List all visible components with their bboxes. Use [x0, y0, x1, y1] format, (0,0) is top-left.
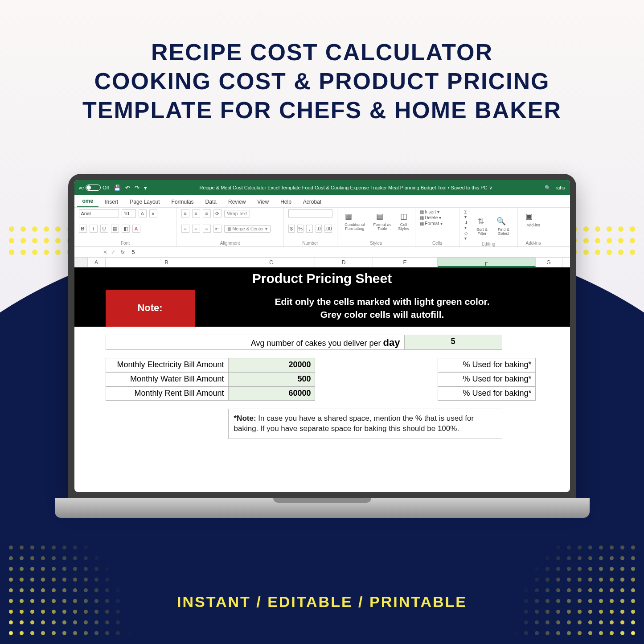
- avg-value-cell[interactable]: 5: [404, 335, 502, 350]
- redo-icon[interactable]: ↷: [135, 185, 139, 191]
- avg-label-cell[interactable]: Avg number of cakes you deliver per day: [106, 335, 404, 350]
- cell-styles-button[interactable]: ◫Cell Styles: [397, 209, 410, 231]
- tab-data[interactable]: Data: [200, 197, 222, 207]
- row-value[interactable]: 60000: [228, 386, 315, 401]
- clear-button[interactable]: ◇ ▾: [464, 231, 470, 241]
- merge-center-button[interactable]: ▦ Merge & Center ▾: [224, 225, 271, 233]
- formula-input[interactable]: 5: [128, 249, 139, 255]
- tab-home[interactable]: ome: [77, 196, 99, 207]
- align-top-icon[interactable]: ≡: [181, 209, 189, 217]
- row-value[interactable]: 500: [228, 372, 315, 386]
- tab-acrobat[interactable]: Acrobat: [298, 197, 327, 207]
- footnote-row: *Note: In case you have a shared space, …: [74, 409, 570, 439]
- worksheet[interactable]: Product Pricing Sheet Note: Edit only th…: [74, 267, 570, 439]
- note-label: Note:: [106, 290, 195, 327]
- ribbon-group-number: $ % , .0 .00 Number: [284, 208, 337, 246]
- col-header-a[interactable]: A: [88, 258, 106, 267]
- toggle-icon: [86, 185, 101, 191]
- fx-icon[interactable]: fx: [117, 249, 128, 255]
- autosave-label: ve: [79, 185, 84, 190]
- table-row: Monthly Electricity Bill Amount 20000 % …: [74, 358, 570, 372]
- footnote-cell[interactable]: *Note: In case you have a shared space, …: [228, 409, 502, 439]
- decor-dots: [513, 546, 635, 635]
- promo-headline: RECIPE COST CALCULATOR COOKING COST & PR…: [0, 38, 644, 125]
- tab-formulas[interactable]: Formulas: [166, 197, 199, 207]
- align-bottom-icon[interactable]: ≡: [203, 209, 211, 217]
- autosave-toggle[interactable]: ve Off: [79, 185, 109, 191]
- increase-decimal-icon[interactable]: .0: [316, 225, 322, 233]
- italic-button[interactable]: I: [90, 225, 98, 233]
- cancel-icon[interactable]: ✕: [101, 249, 109, 255]
- align-right-icon[interactable]: ≡: [203, 225, 211, 233]
- group-label: Number: [288, 240, 332, 246]
- number-format-select[interactable]: [288, 209, 332, 217]
- decrease-decimal-icon[interactable]: .00: [324, 225, 332, 233]
- user-label: rahu: [555, 185, 565, 190]
- row-label[interactable]: Monthly Rent Bill Amount: [106, 386, 228, 401]
- qat-dropdown-icon[interactable]: ▾: [144, 185, 147, 191]
- format-cells-button[interactable]: ▦ Format ▾: [420, 221, 443, 226]
- font-size-select[interactable]: 10: [122, 209, 136, 217]
- decor-dots: [9, 546, 131, 635]
- ribbon-group-editing: Σ ▾ ⬇ ▾ ◇ ▾ ⇅Sort & Filter 🔍Find & Selec…: [460, 208, 518, 246]
- tab-view[interactable]: View: [252, 197, 274, 207]
- increase-font-icon[interactable]: A: [139, 209, 147, 217]
- font-name-select[interactable]: Arial: [79, 209, 119, 217]
- group-label: Alignment: [181, 240, 279, 246]
- ribbon: Arial 10 A ᴀ B I U ▦ ◧ A Font: [74, 208, 570, 247]
- row-pct-label[interactable]: % Used for baking*: [438, 386, 536, 401]
- indent-icon[interactable]: ⇤: [213, 225, 222, 233]
- promo-tagline: INSTANT / EDITABLE / PRINTABLE: [0, 593, 644, 611]
- border-button[interactable]: ▦: [111, 225, 119, 233]
- conditional-formatting-button[interactable]: ▦Conditional Formatting: [342, 209, 368, 231]
- row-label[interactable]: Monthly Electricity Bill Amount: [106, 358, 228, 372]
- col-header-e[interactable]: E: [373, 258, 438, 267]
- row-pct-label[interactable]: % Used for baking*: [438, 358, 536, 372]
- delete-cells-button[interactable]: ▦ Delete ▾: [420, 215, 441, 220]
- align-center-icon[interactable]: ≡: [192, 225, 200, 233]
- align-middle-icon[interactable]: ≡: [192, 209, 200, 217]
- col-header-d[interactable]: D: [315, 258, 373, 267]
- row-value[interactable]: 20000: [228, 358, 315, 372]
- format-as-table-button[interactable]: ▤Format as Table: [373, 209, 392, 231]
- undo-icon[interactable]: ↶: [125, 185, 130, 191]
- wrap-text-button[interactable]: Wrap Text: [224, 210, 250, 217]
- laptop-mockup: ve Off 💾 ↶ ↷ ▾ Recipe & Meal Cost Calcul…: [68, 174, 576, 518]
- col-header-g[interactable]: G: [536, 258, 562, 267]
- fill-color-button[interactable]: ◧: [122, 225, 130, 233]
- tab-page-layout[interactable]: Page Layout: [124, 197, 165, 207]
- align-left-icon[interactable]: ≡: [181, 225, 189, 233]
- bold-button[interactable]: B: [79, 225, 87, 233]
- col-header-c[interactable]: C: [228, 258, 315, 267]
- ribbon-tabs: ome Insert Page Layout Formulas Data Rev…: [74, 195, 570, 208]
- search-icon[interactable]: 🔍: [545, 185, 551, 191]
- decrease-font-icon[interactable]: ᴀ: [149, 209, 157, 217]
- find-select-button[interactable]: 🔍Find & Select: [495, 214, 513, 236]
- underline-button[interactable]: U: [100, 225, 108, 233]
- headline-line1: RECIPE COST CALCULATOR: [0, 38, 644, 67]
- fill-button[interactable]: ⬇ ▾: [464, 220, 470, 230]
- tab-review[interactable]: Review: [223, 197, 251, 207]
- tab-help[interactable]: Help: [275, 197, 297, 207]
- insert-cells-button[interactable]: ▦ Insert ▾: [420, 209, 440, 214]
- row-pct-label[interactable]: % Used for baking*: [438, 372, 536, 386]
- tab-insert[interactable]: Insert: [99, 197, 123, 207]
- col-header-b[interactable]: B: [106, 258, 228, 267]
- select-all-corner[interactable]: [74, 258, 88, 267]
- percent-icon[interactable]: %: [297, 225, 304, 233]
- row-label[interactable]: Monthly Water Bill Amount: [106, 372, 228, 386]
- headline-line3: TEMPLATE FOR CHEFS & HOME BAKER: [0, 96, 644, 125]
- titlebar: ve Off 💾 ↶ ↷ ▾ Recipe & Meal Cost Calcul…: [74, 180, 570, 195]
- addins-button[interactable]: ▣Add-ins: [522, 209, 545, 227]
- font-color-button[interactable]: A: [132, 225, 140, 233]
- sort-filter-button[interactable]: ⇅Sort & Filter: [474, 214, 490, 236]
- comma-icon[interactable]: ,: [306, 225, 312, 233]
- table-row: Monthly Water Bill Amount 500 % Used for…: [74, 372, 570, 386]
- col-header-f[interactable]: F: [438, 258, 536, 267]
- autosum-button[interactable]: Σ ▾: [464, 209, 470, 219]
- quick-access-toolbar: 💾 ↶ ↷ ▾: [114, 185, 147, 191]
- enter-icon[interactable]: ✓: [109, 249, 117, 255]
- save-icon[interactable]: 💾: [114, 185, 121, 191]
- currency-icon[interactable]: $: [288, 225, 295, 233]
- orientation-icon[interactable]: ⟳: [213, 209, 222, 217]
